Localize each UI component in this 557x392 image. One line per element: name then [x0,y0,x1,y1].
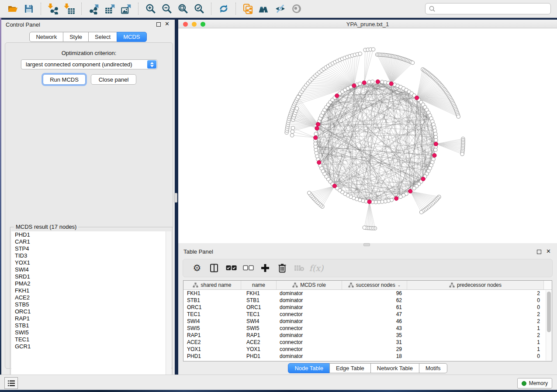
table-row[interactable]: PHD1PHD1dominator180 [183,353,552,360]
network-hub-node[interactable] [434,142,438,146]
function-builder-button[interactable]: f(x) [309,261,323,275]
network-leaf-node[interactable] [295,107,299,110]
node-table-scrollbar[interactable] [546,290,551,361]
network-hub-node[interactable] [408,189,412,193]
deselect-all-button[interactable] [241,261,255,275]
network-leaf-node[interactable] [291,130,294,134]
mcds-result-item[interactable]: RAP1 [11,315,166,322]
tab-style[interactable]: Style [63,32,89,42]
network-leaf-node[interactable] [457,115,460,118]
tab-network[interactable]: Network [29,32,63,42]
vertical-splitter-handle[interactable] [174,193,177,203]
network-node[interactable] [358,82,362,86]
table-row[interactable]: RAP1RAP1dominator352 [183,332,552,339]
mcds-result-list[interactable]: PHD1CAR1STP4TID3YOX1SWI4SRD1PMA2FKH1ACE2… [11,231,166,388]
float-table-panel-icon[interactable] [537,250,541,254]
export-table-button[interactable] [102,2,118,16]
network-window-titlebar[interactable]: YPA_prune.txt_1 [178,20,557,28]
mcds-result-item[interactable]: TEC1 [11,336,166,343]
delete-table-button[interactable] [292,261,306,275]
network-node[interactable] [434,138,438,142]
mcds-result-item[interactable]: SWI5 [11,329,166,336]
column-settings-button[interactable]: ⚙ [190,261,204,275]
horizontal-splitter[interactable] [178,243,557,247]
table-tab-network-table[interactable]: Network Table [370,363,419,373]
export-image-button[interactable] [118,2,134,16]
mcds-result-item[interactable]: GCR1 [11,343,166,350]
network-node[interactable] [314,132,318,136]
network-hub-node[interactable] [316,122,320,126]
show-all-button[interactable] [288,2,304,16]
network-leaf-node[interactable] [296,95,300,99]
close-panel-icon[interactable]: ✕ [165,21,170,27]
network-hub-node[interactable] [352,84,356,88]
mcds-result-item[interactable]: ORC1 [11,308,166,315]
table-row[interactable]: FKH1FKH1dominator962 [183,290,552,297]
table-row[interactable]: SWI4SWI4dominator462 [183,318,552,325]
mcds-result-item[interactable]: PMA2 [11,280,166,287]
zoom-selected-button[interactable] [191,2,207,16]
network-canvas[interactable] [178,28,557,243]
table-row[interactable]: ACE2ACE2connector311 [183,339,552,346]
mcds-result-item[interactable]: SWI4 [11,266,166,273]
table-tab-edge-table[interactable]: Edge Table [329,363,371,373]
network-node[interactable] [412,186,416,190]
mcds-result-item[interactable]: STP4 [11,245,166,252]
network-hub-node[interactable] [376,80,380,84]
table-row[interactable]: SWI5SWI5connector431 [183,325,552,332]
run-mcds-button[interactable]: Run MCDS [43,74,86,85]
criterion-dropdown[interactable]: largest connected component (undirected) [21,59,157,69]
open-file-button[interactable] [4,2,21,16]
import-table-button[interactable] [61,2,77,16]
panel-list-button[interactable] [4,377,18,389]
network-hub-node[interactable] [367,200,371,204]
binoculars-button[interactable] [256,2,272,16]
show-columns-button[interactable] [207,261,221,275]
zoom-fit-button[interactable] [175,2,191,16]
network-hub-node[interactable] [335,94,339,98]
network-leaf-node[interactable] [411,61,414,65]
table-row[interactable]: TEC1TEC1connector472 [183,311,552,318]
network-hub-node[interactable] [315,126,319,130]
horizontal-splitter-handle[interactable] [363,243,370,246]
mcds-result-item[interactable]: ACE2 [11,294,166,301]
network-hub-node[interactable] [314,136,318,140]
network-node[interactable] [399,195,402,199]
network-hub-node[interactable] [421,177,425,181]
table-row[interactable]: ORC1ORC1dominator610 [183,304,552,311]
add-row-button[interactable] [258,261,272,275]
column-header-successor-nodes[interactable]: successor nodes⌄ [342,281,407,289]
network-hub-node[interactable] [362,81,366,85]
network-hub-node[interactable] [394,196,398,200]
tab-mcds[interactable]: MCDS [117,32,146,42]
table-tab-motifs[interactable]: Motifs [419,363,447,373]
network-leaf-node[interactable] [291,126,295,130]
network-leaf-node[interactable] [363,226,366,229]
mcds-result-item[interactable]: SRD1 [11,273,166,280]
network-leaf-node[interactable] [371,48,375,51]
zoom-in-button[interactable] [142,2,159,16]
select-all-button[interactable] [224,261,238,275]
table-row[interactable]: STB1STB1dominator620 [183,297,552,304]
zoom-out-button[interactable] [159,2,175,16]
mcds-result-item[interactable]: PHD1 [11,231,166,238]
memory-button[interactable]: Memory [517,378,552,389]
network-node[interactable] [434,148,437,151]
clone-network-button[interactable] [240,2,256,16]
network-hub-node[interactable] [317,161,321,165]
float-panel-icon[interactable] [156,22,161,27]
mcds-result-scrollbar[interactable] [166,231,171,388]
mcds-result-item[interactable]: STB1 [11,322,166,329]
network-leaf-node[interactable] [291,134,294,137]
delete-row-button[interactable] [275,261,289,275]
node-table-scroll-thumb[interactable] [547,292,551,332]
hide-selected-button[interactable] [272,2,288,16]
search-input[interactable] [436,6,550,12]
column-header-shared-name[interactable]: shared name [183,281,241,289]
column-header-name[interactable]: name [241,281,277,289]
network-hub-node[interactable] [415,96,419,100]
column-header-predecessor-nodes[interactable]: predecessor nodes [407,281,544,289]
save-session-button[interactable] [21,2,37,16]
network-hub-node[interactable] [432,153,436,157]
close-table-panel-icon[interactable]: ✕ [546,248,551,254]
